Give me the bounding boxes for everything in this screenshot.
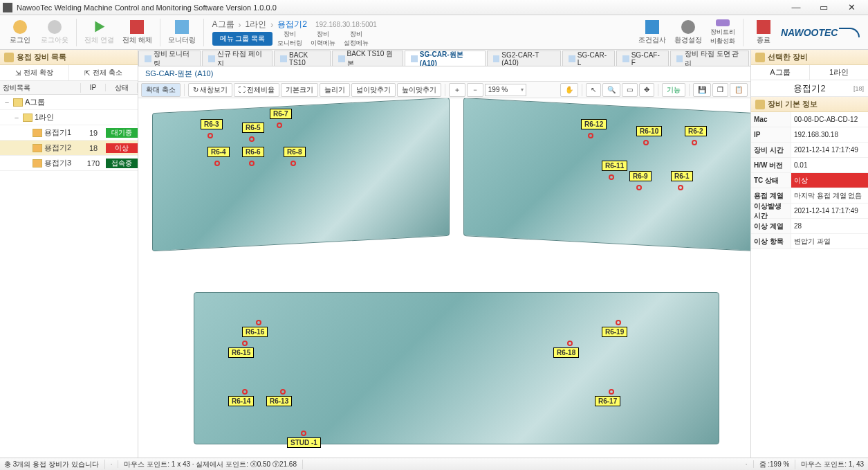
copy-button[interactable]: ❐ <box>712 83 728 97</box>
breadcrumb-group[interactable]: A그룹 <box>212 19 234 30</box>
play-icon <box>92 20 106 34</box>
selected-equipment-header: 선택한 장비 <box>751 50 868 65</box>
disconnect-all-button[interactable]: 전체 해제 <box>119 17 156 48</box>
weld-point-marker[interactable]: STUD -1 <box>287 437 321 448</box>
pointer-tool-button[interactable]: ↖ <box>586 83 601 97</box>
window-title: NawooTec Welding Machine Control and Mon… <box>17 3 782 12</box>
info-row: TC 상태이상 <box>751 173 868 188</box>
close-window-button[interactable]: ✕ <box>838 1 865 15</box>
col-name[interactable]: 장비목록 <box>0 83 81 93</box>
col-ip[interactable]: IP <box>81 84 106 91</box>
magnifier-icon: 🔍 <box>607 86 616 93</box>
collapse-all-button[interactable]: ⇱전체 축소 <box>69 65 138 80</box>
info-row: IP192.168.30.18 <box>751 127 868 143</box>
tree-equipment-row[interactable]: 용접기119대기중 <box>0 125 138 141</box>
collapse-toggle-icon[interactable]: − <box>12 114 21 122</box>
fit-width-button[interactable]: 넓이맞추기 <box>351 83 396 97</box>
save-button[interactable]: 💾 <box>693 83 711 97</box>
condition-check-button[interactable]: 조건검사 <box>635 17 670 48</box>
minimize-button[interactable]: — <box>782 1 810 15</box>
equipment-list-header: 용접 장비 목록 <box>0 50 138 65</box>
zoom-tool-button[interactable]: 🔍 <box>602 83 620 97</box>
weld-point-marker[interactable]: R6-7 <box>270 109 292 119</box>
breadcrumb-line[interactable]: 1라인 <box>246 19 267 30</box>
weld-point-marker[interactable]: R6-9 <box>629 171 652 181</box>
info-row: 장비 시간2021-12-14 17:17:49 <box>751 143 868 158</box>
weld-point-marker[interactable]: R6-1 <box>671 171 693 181</box>
login-button[interactable]: 로그인 <box>4 17 36 48</box>
zoom-dropdown[interactable]: 199 % <box>485 84 526 96</box>
tab[interactable]: BACK TS10 원본 <box>332 51 403 66</box>
weld-point-marker[interactable]: R6-16 <box>242 327 268 337</box>
fit-ratio-button[interactable]: ⛶전체비율 <box>234 83 279 97</box>
tree-equipment-row[interactable]: 용접기218이상 <box>0 141 138 156</box>
equip-history-button[interactable]: 장비 이력메뉴 <box>307 32 339 46</box>
enlarge-button[interactable]: 늘리기 <box>320 83 350 97</box>
tree-deactivate-button[interactable]: 장비트리 비활성화 <box>707 17 739 48</box>
collapse-toggle-icon[interactable]: − <box>3 98 11 107</box>
weld-point-marker[interactable]: R6-5 <box>242 123 264 133</box>
weld-point-marker[interactable]: R6-15 <box>228 347 254 358</box>
env-settings-button[interactable]: 환경설정 <box>671 17 705 48</box>
tab[interactable]: 신규 타점 페이지 <box>202 51 273 66</box>
equipment-icon <box>33 159 42 168</box>
expand-all-button[interactable]: ⇲전체 확장 <box>0 65 69 80</box>
tree-line-row[interactable]: −1라인 <box>0 110 138 125</box>
select-tool-button[interactable]: ▭ <box>622 83 638 97</box>
breadcrumb-bar: A그룹 › 1라인 › 용접기2 192.168.30.18:5001 메뉴 그… <box>212 17 377 48</box>
logout-button[interactable]: 로그아웃 <box>37 17 72 48</box>
status-mouse-point: 마우스 포인트: 1 x 43 · 실제에서 포인트: ⓧ0.50 ⓨ21.68 <box>124 460 303 469</box>
equip-monitoring-button[interactable]: 장비 모니터링 <box>274 32 306 46</box>
tab[interactable]: 장비 타점 도면 관리 <box>670 51 749 66</box>
weld-point-marker[interactable]: R6-2 <box>685 126 707 136</box>
car-part-top-left <box>152 98 450 251</box>
hand-tool-button[interactable]: ✋ <box>560 83 578 97</box>
weld-point-marker[interactable]: R6-8 <box>284 147 306 157</box>
login-icon <box>13 20 27 34</box>
weld-point-marker[interactable]: R6-17 <box>595 396 620 406</box>
refresh-button[interactable]: ↻새창보기 <box>188 83 232 97</box>
weld-point-marker[interactable]: R6-3 <box>201 119 223 129</box>
drawing-canvas[interactable]: R6-3R6-7R6-5R6-4R6-6R6-8R6-12R6-10R6-2R6… <box>138 98 750 458</box>
weld-point-marker[interactable]: R6-19 <box>602 327 627 337</box>
tab[interactable]: SG-CAF-F <box>616 51 668 66</box>
equip-settings-button[interactable]: 장비 설정메뉴 <box>340 32 372 46</box>
tree-equipment-row[interactable]: 용접기3170접속중 <box>0 156 138 171</box>
weld-point-marker[interactable]: R6-18 <box>553 347 579 358</box>
weld-point-marker[interactable]: R6-10 <box>636 126 662 136</box>
breadcrumb-ip: 192.168.30.18:5001 <box>315 21 377 28</box>
hand-icon: ✋ <box>565 86 573 93</box>
refresh-icon: ↻ <box>193 86 198 93</box>
monitoring-button[interactable]: 모니터링 <box>165 17 199 48</box>
original-size-button[interactable]: 기본크기 <box>281 83 318 97</box>
function-button[interactable]: 기능 <box>662 83 685 97</box>
title-bar: NawooTec Welding Machine Control and Mon… <box>0 0 868 15</box>
fit-height-button[interactable]: 높이맞추기 <box>397 83 441 97</box>
equipment-tree[interactable]: −A그룹 −1라인 용접기119대기중용접기218이상용접기3170접속중 <box>0 95 138 458</box>
paste-button[interactable]: 📋 <box>730 83 748 97</box>
tab[interactable]: SG-CAR-원본 (A10) <box>405 51 486 66</box>
breadcrumb-machine[interactable]: 용접기2 <box>277 19 307 30</box>
exit-button[interactable]: 종료 <box>748 17 779 48</box>
app-icon <box>3 3 12 12</box>
info-row: H/W 버전0.01 <box>751 158 868 173</box>
zoom-out-button[interactable]: － <box>467 83 483 97</box>
zoom-in-button[interactable]: ＋ <box>449 83 465 97</box>
tree-group-row[interactable]: −A그룹 <box>0 95 138 110</box>
tab[interactable]: BACK TS10 <box>274 51 331 66</box>
connect-all-button[interactable]: 전체 연결 <box>81 17 118 48</box>
weld-point-marker[interactable]: R6-6 <box>242 147 264 157</box>
tab[interactable]: SG-CAR-L <box>562 51 615 66</box>
shrink-button[interactable]: 확대 축소 <box>141 83 181 97</box>
move-tool-button[interactable]: ✥ <box>639 83 654 97</box>
tab[interactable]: SG2-CAR-T (A10) <box>487 51 561 66</box>
weld-point-marker[interactable]: R6-11 <box>602 161 627 171</box>
col-state[interactable]: 상태 <box>106 83 138 93</box>
weld-point-marker[interactable]: R6-14 <box>228 396 254 406</box>
weld-point-marker[interactable]: R6-13 <box>266 396 292 406</box>
tab[interactable]: 장비 모니터링 <box>138 51 201 66</box>
weld-point-marker[interactable]: R6-4 <box>207 147 230 157</box>
maximize-button[interactable]: ▭ <box>810 1 838 15</box>
weld-point-marker[interactable]: R6-12 <box>581 119 607 129</box>
menu-group-list-button[interactable]: 메뉴 그룹 목록 <box>212 32 273 46</box>
